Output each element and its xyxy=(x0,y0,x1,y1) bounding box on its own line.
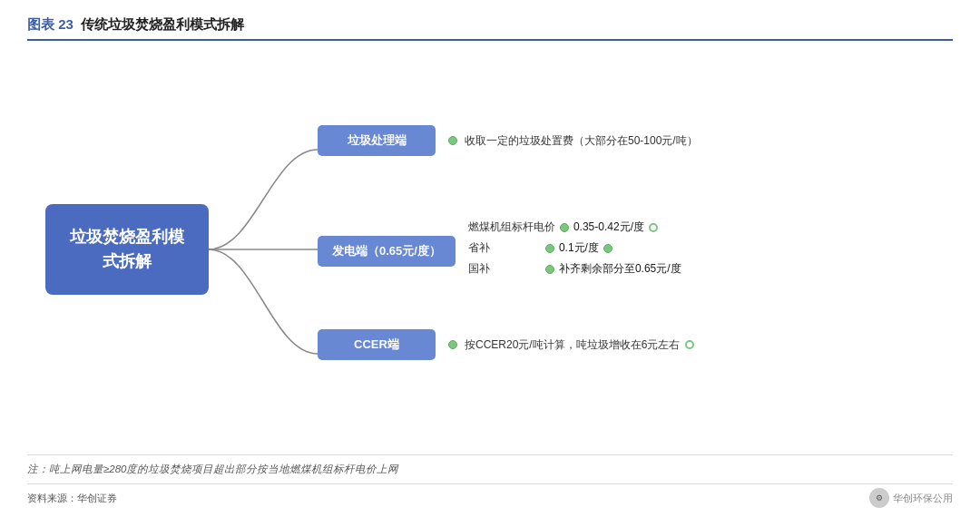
power-subitems: 燃煤机组标杆电价 0.35-0.42元/度 省补 0.1元/度 国补 xyxy=(468,218,681,278)
sub-item-national: 国补 补齐剩余部分至0.65元/度 xyxy=(468,261,681,277)
branch-node-waste: 垃圾处理端 xyxy=(318,125,436,156)
dot-ccer xyxy=(448,340,457,349)
header-title: 传统垃圾焚烧盈利模式拆解 xyxy=(81,16,244,34)
dot-waste xyxy=(448,136,457,145)
dot-ccer-end xyxy=(685,340,694,349)
branch-power: 发电端（0.65元/度） 燃煤机组标杆电价 0.35-0.42元/度 省补 0. xyxy=(318,218,681,278)
branch-node-power: 发电端（0.65元/度） xyxy=(318,236,456,267)
central-node: 垃圾焚烧盈利模式拆解 xyxy=(45,204,209,295)
dot-national xyxy=(545,265,554,274)
header-number: 图表 23 xyxy=(27,16,74,34)
ccer-desc: 按CCER20元/吨计算，吨垃圾增收在6元左右 xyxy=(448,337,694,353)
branch-waste: 垃圾处理端 收取一定的垃圾处置费（大部分在50-100元/吨） xyxy=(318,125,698,156)
logo-icon: ⚙ xyxy=(869,488,889,508)
sub-item-coal: 燃煤机组标杆电价 0.35-0.42元/度 xyxy=(468,219,681,235)
note-section: 注：吨上网电量≥280度的垃圾焚烧项目超出部分按当地燃煤机组标杆电价上网 xyxy=(27,454,953,480)
dot-coal xyxy=(560,223,569,232)
main-content: 垃圾焚烧盈利模式拆解 垃圾处理端 收取一定的垃圾处置费（大部分在50-100元/… xyxy=(27,50,953,449)
footer: 资料来源：华创证券 ⚙ 华创环保公用 xyxy=(27,483,953,508)
page-container: 图表 23 传统垃圾焚烧盈利模式拆解 垃圾焚烧盈利模式拆解 xyxy=(0,0,980,517)
footer-logo: ⚙ 华创环保公用 xyxy=(869,488,953,508)
mindmap: 垃圾焚烧盈利模式拆解 垃圾处理端 收取一定的垃圾处置费（大部分在50-100元/… xyxy=(27,100,953,399)
dot-province xyxy=(545,244,554,253)
waste-desc: 收取一定的垃圾处置费（大部分在50-100元/吨） xyxy=(448,133,698,149)
footer-source: 资料来源：华创证券 xyxy=(27,492,117,505)
dot-coal-end xyxy=(649,223,658,232)
branch-node-ccer: CCER端 xyxy=(318,329,436,360)
branch-ccer: CCER端 按CCER20元/吨计算，吨垃圾增收在6元左右 xyxy=(318,329,694,360)
sub-item-province: 省补 0.1元/度 xyxy=(468,240,681,256)
dot-province-end xyxy=(603,244,612,253)
header: 图表 23 传统垃圾焚烧盈利模式拆解 xyxy=(27,16,953,41)
